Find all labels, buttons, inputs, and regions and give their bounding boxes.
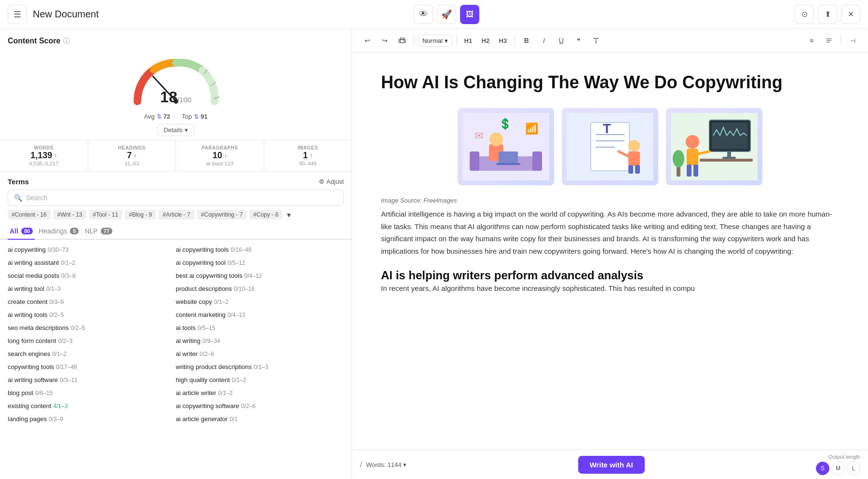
write-ai-button[interactable]: Write with AI (578, 456, 645, 474)
search-input[interactable] (26, 194, 338, 202)
term-name: ai writing (176, 337, 201, 344)
terms-title: Terms (8, 178, 29, 186)
tag-filter[interactable]: #Writ - 13 (54, 210, 86, 219)
term-item: existing content 4/1–3 (8, 401, 176, 411)
term-item: seo meta descriptions 0/2–5 (8, 323, 176, 333)
eye-icon: 👁 (419, 9, 428, 19)
term-name: ai writing assistant (8, 259, 59, 266)
tag-filter[interactable]: #Content - 16 (8, 210, 51, 219)
bold-button[interactable]: B (519, 33, 534, 48)
stat-cell: PARAGRAPHS 10 ↑ at least 123 (176, 140, 264, 171)
toolbar-divider-4 (841, 35, 841, 46)
gauge-score-number: 18 (160, 88, 177, 106)
body-paragraph-1: Artificial intelligence is having a big … (381, 208, 839, 257)
undo-button[interactable]: ↩ (360, 33, 375, 48)
document-heading: How AI Is Changing The Way We Do Copywri… (381, 72, 839, 93)
image-1: 📶 ✉ 💲 (458, 108, 554, 185)
tag-expand-button[interactable]: ▾ (285, 210, 293, 219)
adjust-button[interactable]: ⚙ Adjust (319, 178, 344, 185)
tab-nlp[interactable]: NLP77 (82, 223, 114, 240)
svg-point-45 (673, 150, 684, 167)
eye-button[interactable]: 👁 (414, 5, 433, 24)
tag-filter[interactable]: #Copywriting - 7 (197, 210, 247, 219)
h2-button[interactable]: H2 (478, 33, 493, 48)
word-count-button[interactable]: Words: 1144 ▾ (366, 461, 407, 468)
term-name: ai writing tool (8, 285, 44, 292)
term-name: long form content (8, 337, 56, 344)
settings-circle-button[interactable]: ⊙ (795, 5, 814, 24)
tab-all[interactable]: All80 (8, 223, 35, 240)
size-button-s[interactable]: S (816, 462, 829, 475)
h1-button[interactable]: H1 (461, 33, 476, 48)
tag-filter[interactable]: #Copy - 6 (249, 210, 282, 219)
term-score: 0/5–12 (228, 260, 245, 266)
term-item: ai article writer 0/1–2 (176, 388, 344, 398)
top-label: Top ⇅ 91 (182, 113, 207, 120)
term-score: 0/4–13 (228, 312, 245, 318)
details-button[interactable]: Details ▾ (157, 124, 194, 136)
stat-label: WORDS (6, 145, 82, 151)
adjust-icon: ⚙ (319, 178, 325, 185)
size-buttons: SML (816, 462, 860, 475)
format-select[interactable]: Normal ▾ (418, 35, 452, 47)
chevron-down-icon: ▾ (403, 461, 407, 468)
redo-button[interactable]: ↪ (377, 33, 393, 48)
term-item: landing pages 0/3–9 (8, 414, 176, 424)
menu-button[interactable]: ☰ (8, 5, 27, 24)
terms-header: Terms ⚙ Adjust (0, 172, 352, 190)
slash-label: / (360, 460, 362, 470)
svg-rect-36 (727, 151, 731, 157)
info-icon[interactable]: ⓘ (63, 37, 70, 45)
term-score: 0/1–3 (254, 364, 268, 370)
print-button[interactable] (394, 33, 410, 48)
editor-content[interactable]: How AI Is Changing The Way We Do Copywri… (352, 53, 868, 450)
stat-value: 10 ↑ (182, 151, 258, 161)
tag-filters: #Content - 16#Writ - 13#Tool - 11#Blog -… (0, 210, 352, 223)
term-item: ai copywriting 0/30–73 (8, 245, 176, 255)
image-button[interactable]: 🖼 (460, 5, 479, 24)
collapse-button[interactable]: ⊣ (845, 33, 860, 48)
stat-cell: IMAGES 1 ↑ 90–446 (264, 140, 352, 171)
stat-range: 90–446 (270, 161, 346, 166)
size-button-l[interactable]: L (847, 462, 860, 475)
tab-headings[interactable]: Headings5 (37, 223, 81, 240)
align2-button[interactable] (821, 33, 837, 48)
tab-badge: 77 (101, 228, 112, 234)
size-button-m[interactable]: M (831, 462, 845, 475)
tab-badge: 80 (21, 228, 33, 234)
h3-button[interactable]: H3 (495, 33, 511, 48)
format-label: Normal (422, 37, 443, 44)
italic-button[interactable]: I (536, 33, 552, 48)
rocket-button[interactable]: 🚀 (437, 5, 456, 24)
close-button[interactable]: ✕ (841, 5, 860, 24)
output-length: Output length SML (816, 454, 860, 475)
tag-filter[interactable]: #Blog - 9 (125, 210, 156, 219)
search-container: 🔍 (0, 190, 352, 210)
term-name: landing pages (8, 415, 47, 423)
term-score: 0/16–48 (231, 246, 251, 253)
underline-button[interactable]: U (554, 33, 569, 48)
term-item: ai writer 0/2–6 (176, 349, 344, 359)
term-score: 0/3–8 (61, 273, 76, 279)
tag-filter[interactable]: #Article - 7 (159, 210, 194, 219)
header-left: ☰ New Document (8, 5, 99, 24)
format2-button[interactable] (588, 33, 604, 48)
image-source: Image Source: FreeImages (381, 197, 839, 204)
toolbar-divider-3 (515, 35, 515, 46)
svg-rect-40 (687, 149, 698, 165)
content-score-header: Content Score ⓘ (0, 29, 352, 49)
upload-button[interactable]: ⬆ (818, 5, 837, 24)
term-name: best ai copywriting tools (176, 272, 243, 279)
term-name: ai article generator (176, 415, 228, 423)
tag-filter[interactable]: #Tool - 11 (89, 210, 122, 219)
align-button[interactable]: ≡ (804, 33, 819, 48)
quote-button[interactable]: ❝ (571, 33, 586, 48)
stat-range: 4,536–5,217 (6, 161, 82, 166)
term-name: existing content (8, 402, 51, 410)
bottom-left: / Words: 1144 ▾ (360, 460, 407, 470)
term-name: content marketing (176, 311, 226, 318)
term-item: website copy 0/1–2 (176, 297, 344, 307)
upload-icon: ⬆ (825, 10, 831, 19)
stat-label: IMAGES (270, 145, 346, 151)
document-title: New Document (33, 9, 99, 20)
